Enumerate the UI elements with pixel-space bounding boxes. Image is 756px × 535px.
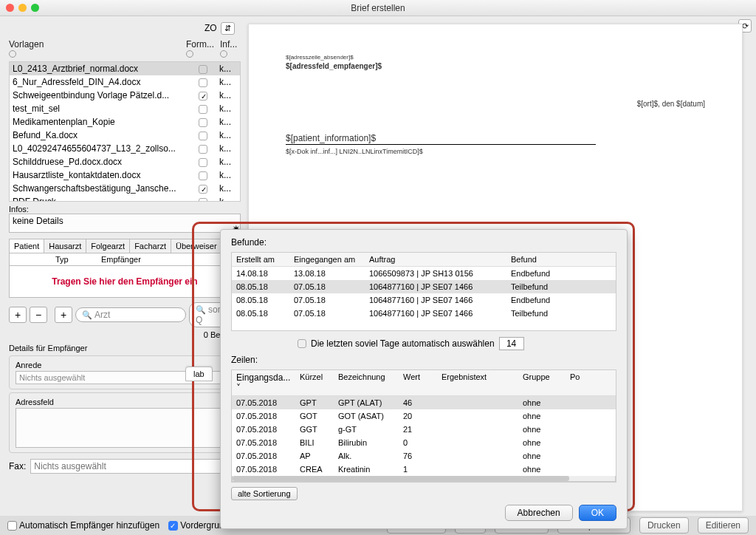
befunde-row[interactable]: 08.05.1807.05.181064877160 | JP SE07 146…	[232, 307, 616, 320]
templates-radio-form[interactable]	[186, 50, 193, 58]
dialog-ok-button[interactable]: OK	[579, 505, 616, 521]
page-empfaenger: $[adressfeld_empfaenger]$	[286, 62, 705, 70]
page-ort-datum: $[ort]$, den $[datum]	[286, 100, 705, 108]
templates-header-name[interactable]: Vorlagen	[9, 39, 186, 50]
details-label: Details für Empfänger	[9, 344, 241, 352]
infos-label: Infos:	[9, 205, 241, 214]
remove-recipient-button[interactable]: −	[30, 307, 47, 323]
sort-desc-icon: ˅	[236, 383, 241, 393]
template-row[interactable]: 6_Nur_Adressfeld_DIN_A4.docxk...	[10, 75, 240, 89]
befunde-row[interactable]: 08.05.1807.05.181064877160 | JP SE07 146…	[232, 280, 616, 293]
befunde-col-eingang[interactable]: Eingegangen am	[289, 253, 365, 266]
template-row[interactable]: PDF Druckk...	[10, 195, 240, 202]
auto-recipient-checkbox[interactable]	[7, 521, 17, 531]
zeilen-col-po[interactable]: Po	[566, 370, 586, 395]
befunde-row[interactable]: 08.05.1807.05.181064877160 | JP SE07 146…	[232, 293, 616, 307]
zo-dropdown-button[interactable]: ⇵	[221, 22, 235, 35]
template-row[interactable]: Schilddruese_Pd.docx.docxk...	[10, 155, 240, 168]
tab-facharzt[interactable]: Facharzt	[130, 239, 171, 253]
zeilen-col-eingang[interactable]: Eingangsda... ˅	[232, 370, 295, 395]
dialog-cancel-button[interactable]: Abbrechen	[505, 505, 573, 521]
add-recipient-button[interactable]: +	[9, 307, 27, 323]
template-row[interactable]: Schwangerschaftsbestätigung_Jansche...k.…	[10, 182, 240, 195]
infos-value: keine Details	[9, 214, 241, 233]
foreground-mode-checkbox[interactable]	[168, 521, 178, 531]
befunde-row[interactable]: 14.08.1813.08.181066509873 | JP SH13 015…	[232, 267, 616, 280]
add2-button[interactable]: +	[55, 307, 72, 323]
template-row[interactable]: Schweigeentbindung Vorlage Pätzel.d...k.…	[10, 89, 240, 102]
window-title: Brief erstellen	[0, 3, 756, 13]
tab-überweiser[interactable]: Überweiser	[171, 239, 222, 253]
tab-patient[interactable]: Patient	[10, 239, 44, 253]
alt-sort-button[interactable]: alte Sortierung	[231, 487, 298, 500]
zo-label: ZO	[205, 23, 217, 33]
zeilen-table[interactable]: Eingangsda... ˅ Kürzel Bezeichnung Wert …	[231, 369, 616, 483]
fax-input[interactable]	[30, 459, 241, 474]
auto-days-label: Die letzten soviel Tage automatisch ausw…	[311, 338, 495, 349]
befunde-table[interactable]: Erstellt am Eingegangen am Auftrag Befun…	[231, 252, 616, 331]
page-sender: $[adresszeile_absender]$	[286, 54, 705, 61]
recipient-placeholder[interactable]: Tragen Sie hier den Empfänger ein	[9, 266, 241, 298]
recipient-col-empf[interactable]: Empfänger	[97, 253, 240, 265]
templates-table[interactable]: L0_2413_Arztbrief_normal.docxk...6_Nur_A…	[9, 61, 241, 202]
auto-days-input[interactable]	[499, 337, 524, 350]
zeilen-col-kuerzel[interactable]: Kürzel	[295, 370, 334, 395]
bottom-edit-button[interactable]: Editieren	[698, 517, 749, 534]
befunde-col-auftrag[interactable]: Auftrag	[365, 253, 506, 266]
recipient-col-blank	[10, 253, 51, 265]
befunde-col-befund[interactable]: Befund	[506, 253, 616, 266]
zeilen-row[interactable]: 07.05.2018GOTGOT (ASAT)20ohne	[232, 409, 616, 423]
zeilen-col-gruppe[interactable]: Gruppe	[518, 370, 566, 395]
bottom-print-button[interactable]: Drucken	[639, 517, 689, 534]
templates-radio-name[interactable]	[9, 50, 16, 58]
lab-dialog: Befunde: Erstellt am Eingegangen am Auft…	[220, 229, 628, 529]
page-patient-info: $[patient_information]$	[286, 133, 596, 145]
adressfeld-label: Adressfeld	[16, 398, 234, 406]
zeilen-row[interactable]: 07.05.2018GGTg-GT21ohne	[232, 423, 616, 436]
zeilen-label: Zeilen:	[231, 355, 616, 365]
template-row[interactable]: L0_40292474655604737_L13_2_zollso...k...	[10, 142, 240, 155]
recipient-col-typ[interactable]: Typ	[51, 253, 97, 265]
auto-days-checkbox[interactable]	[298, 339, 306, 348]
template-row[interactable]: test_mit_selk...	[10, 102, 240, 115]
doctor-search-input[interactable]: 🔍 Arzt	[75, 307, 186, 322]
left-panel: ZO ⇵ Vorlagen Form... Inf... L0_2413_Arz…	[0, 16, 244, 535]
befunde-count-label: 0 Befunde	[9, 330, 241, 339]
tab-hausarzt[interactable]: Hausarzt	[44, 239, 86, 253]
befunde-col-erstellt[interactable]: Erstellt am	[232, 253, 289, 266]
recipient-tabs: PatientHausarztFolgearztFacharztÜberweis…	[9, 239, 241, 253]
adressfeld-textarea[interactable]	[16, 408, 234, 448]
zeilen-col-wert[interactable]: Wert	[399, 370, 437, 395]
page-dx: $[x-Dok inf...inf...] LNI2N..LNLinxTimem…	[286, 148, 705, 155]
zeilen-row[interactable]: 07.05.2018CREAKreatinin1ohne	[232, 463, 616, 476]
template-row[interactable]: L0_2413_Arztbrief_normal.docxk...	[10, 62, 240, 75]
zeilen-row[interactable]: 07.05.2018GPTGPT (ALAT)46ohne	[232, 396, 616, 409]
template-row[interactable]: Befund_Ka.docxk...	[10, 129, 240, 142]
templates-radio-inf[interactable]	[220, 50, 227, 58]
befunde-label: Befunde:	[231, 237, 616, 248]
zeilen-col-erg[interactable]: Ergebnistext	[437, 370, 518, 395]
templates-header-inf[interactable]: Inf...	[220, 39, 241, 50]
zeilen-scrollbar[interactable]	[232, 476, 616, 482]
titlebar: Brief erstellen	[0, 0, 756, 16]
templates-header-form[interactable]: Form...	[186, 39, 220, 50]
fax-label: Fax:	[9, 461, 26, 471]
template-row[interactable]: Hausarztliste_kontaktdaten.docxk...	[10, 168, 240, 182]
tab-folgearzt[interactable]: Folgearzt	[86, 239, 130, 253]
zeilen-row[interactable]: 07.05.2018APAlk.76ohne	[232, 449, 616, 463]
zeilen-col-bez[interactable]: Bezeichnung	[334, 370, 399, 395]
zeilen-row[interactable]: 07.05.2018BILIBilirubin0ohne	[232, 436, 616, 449]
template-row[interactable]: Medikamentenplan_Kopiek...	[10, 115, 240, 129]
lab-tab[interactable]: lab	[185, 367, 213, 381]
